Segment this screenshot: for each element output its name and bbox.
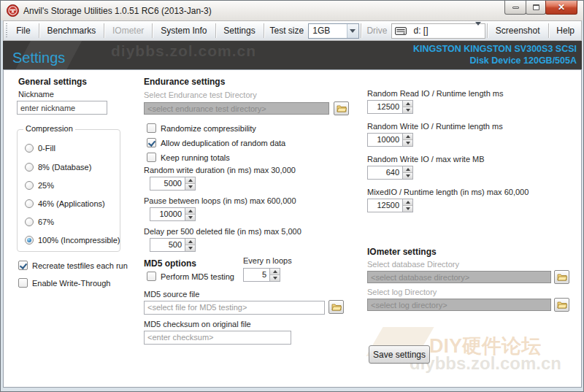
chevron-down-icon xyxy=(350,29,356,33)
random-write-io-runtime-label: Random Write IO / Runtime length ms xyxy=(367,122,503,131)
spinner-value[interactable]: 5 xyxy=(243,268,269,282)
endurance-settings-header: Endurance settings xyxy=(144,77,225,87)
md5-source-file-field[interactable]: <select file for MD5 testing> xyxy=(144,301,325,315)
minimize-button[interactable] xyxy=(504,1,526,15)
drive-label: Drive xyxy=(362,26,391,36)
checkbox-keep-running-totals[interactable]: Keep running totals xyxy=(147,153,230,162)
folder-open-icon xyxy=(557,273,567,281)
menu-item-screenshot[interactable]: Screenshot xyxy=(489,21,547,40)
maximize-button[interactable] xyxy=(526,1,546,15)
drive-combo[interactable]: d: [] xyxy=(391,23,485,39)
arrow-down-icon xyxy=(406,207,410,210)
radio-8-database[interactable]: 8% (Database) xyxy=(25,163,91,172)
spinner-value[interactable]: 10000 xyxy=(367,133,402,147)
spinner-value[interactable]: 640 xyxy=(367,166,402,180)
checkbox-perform-md5[interactable]: Perform MD5 testing xyxy=(147,272,234,281)
spinner-value[interactable]: 12500 xyxy=(367,199,402,212)
radio-0-fill[interactable]: 0-Fill xyxy=(25,144,55,153)
spin-down-button[interactable] xyxy=(185,245,195,251)
arrow-up-icon xyxy=(188,240,193,243)
mixed-io-runtime-spinner[interactable]: 12500 xyxy=(367,199,413,212)
pause-between-loops-label: Pause between loops (in ms) max 600,000 xyxy=(144,196,296,205)
checkbox-icon xyxy=(147,123,156,133)
checkbox-icon xyxy=(18,278,28,288)
checkbox-randomize-compressibility[interactable]: Randomize compressibility xyxy=(147,123,256,133)
spin-up-button[interactable] xyxy=(185,177,195,184)
toolbar: File Benchmarks IOmeter System Info Sett… xyxy=(3,20,582,41)
nickname-input[interactable] xyxy=(17,101,107,115)
radio-100-incompressible[interactable]: 100% (Incompressible) xyxy=(25,236,120,245)
separator xyxy=(104,23,104,38)
toolbar-gripper[interactable] xyxy=(5,23,7,38)
checkbox-allow-deduplication[interactable]: Allow deduplication of random data xyxy=(147,138,285,147)
test-size-combo[interactable]: 1GB xyxy=(308,23,358,39)
general-settings-header: General settings xyxy=(18,77,87,87)
random-write-duration-spinner[interactable]: 5000 xyxy=(150,177,196,191)
radio-icon xyxy=(25,181,34,190)
menu-item-system-info[interactable]: System Info xyxy=(154,21,213,40)
test-size-value: 1GB xyxy=(309,26,346,36)
database-dir-field: <select database directory> xyxy=(367,271,551,283)
spinner-value[interactable]: 12500 xyxy=(367,100,402,114)
checkbox-recreate-testfiles[interactable]: Recreate testfiles each run xyxy=(18,261,128,270)
minimize-icon xyxy=(512,7,519,9)
random-write-io-max-label: Random Write IO / max write MB xyxy=(367,155,485,164)
spin-up-button[interactable] xyxy=(403,166,412,173)
checkbox-checked-icon xyxy=(147,138,156,147)
md5-checksum-label: MD5 checksum on original file xyxy=(144,320,251,328)
spin-down-button[interactable] xyxy=(270,275,280,281)
drive-value: d: [] xyxy=(410,26,475,36)
md5-checksum-field[interactable]: <enter checksum> xyxy=(144,331,291,345)
spin-up-button[interactable] xyxy=(403,199,412,206)
test-size-label: Test size xyxy=(266,26,309,36)
menu-item-settings[interactable]: Settings xyxy=(217,21,261,40)
radio-46-applications[interactable]: 46% (Applications) xyxy=(25,199,105,208)
spin-down-button[interactable] xyxy=(403,173,412,179)
arrow-up-icon xyxy=(406,201,410,204)
arrow-down-icon xyxy=(188,216,193,219)
spin-up-button[interactable] xyxy=(185,239,195,245)
log-dir-field: <select log directory> xyxy=(367,299,551,311)
spin-up-button[interactable] xyxy=(270,269,280,275)
title-bar: Anvil's Storage Utilities 1.0.51 RC6 (20… xyxy=(1,1,583,20)
menu-item-file[interactable]: File xyxy=(9,21,36,40)
radio-67[interactable]: 67% xyxy=(25,218,54,226)
radio-icon xyxy=(25,218,34,226)
test-size-dropdown-button[interactable] xyxy=(347,24,358,38)
spinner-value[interactable]: 5000 xyxy=(150,177,185,191)
every-n-loops-spinner[interactable]: 5 xyxy=(243,268,280,282)
log-dir-label: Select log Directory xyxy=(367,288,437,296)
spin-up-button[interactable] xyxy=(403,101,412,107)
spin-down-button[interactable] xyxy=(403,140,412,146)
watermark-text: diybbs.zol.com.cn xyxy=(111,42,256,60)
device-line2: Disk Device 120GB/505A xyxy=(413,55,577,66)
save-settings-button[interactable]: Save settings xyxy=(369,345,430,364)
random-read-io-spinner[interactable]: 12500 xyxy=(367,100,413,114)
menu-item-iometer: IOmeter xyxy=(106,21,150,40)
md5-source-browse-button[interactable] xyxy=(328,300,344,314)
delay-per-deleted-file-spinner[interactable]: 500 xyxy=(150,238,196,252)
random-write-io-runtime-spinner[interactable]: 10000 xyxy=(367,133,413,147)
spinner-value[interactable]: 500 xyxy=(150,238,185,252)
endurance-dir-browse-button[interactable] xyxy=(334,101,349,115)
log-dir-browse-button[interactable] xyxy=(554,298,569,312)
pause-between-loops-spinner[interactable]: 10000 xyxy=(150,207,196,221)
database-dir-browse-button[interactable] xyxy=(554,270,569,284)
separator xyxy=(152,23,153,38)
menu-item-benchmarks[interactable]: Benchmarks xyxy=(40,21,102,40)
spin-down-button[interactable] xyxy=(185,184,195,190)
close-button[interactable]: ✕ xyxy=(545,1,577,15)
radio-25[interactable]: 25% xyxy=(25,181,54,190)
spinner-value[interactable]: 10000 xyxy=(150,207,185,221)
random-write-io-max-spinner[interactable]: 640 xyxy=(367,166,413,180)
spin-down-button[interactable] xyxy=(185,215,195,220)
checkbox-enable-write-through[interactable]: Enable Write-Through xyxy=(18,278,110,288)
spin-down-button[interactable] xyxy=(403,206,412,212)
drive-icon xyxy=(395,27,407,35)
arrow-down-icon xyxy=(273,277,277,280)
spin-down-button[interactable] xyxy=(403,107,412,113)
spin-up-button[interactable] xyxy=(185,208,195,215)
compression-group-label: Compression xyxy=(23,124,75,133)
spin-up-button[interactable] xyxy=(403,134,412,140)
menu-item-help[interactable]: Help xyxy=(550,21,581,40)
